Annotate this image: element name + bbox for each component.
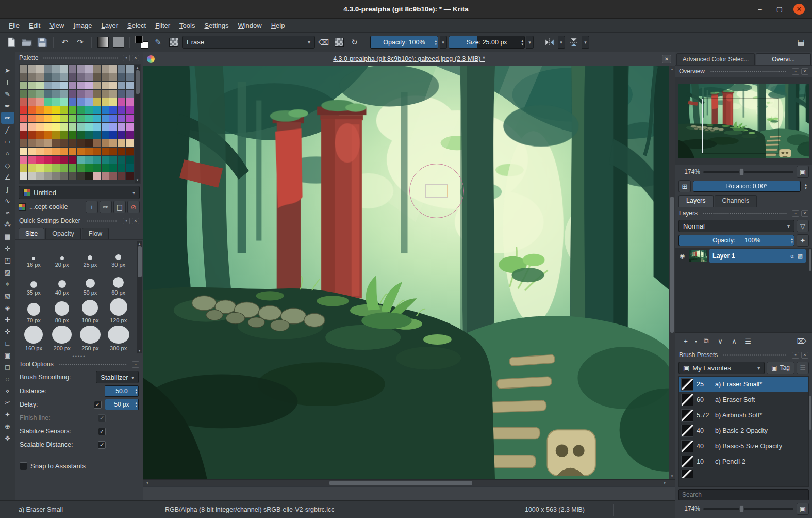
brush-preset-combo[interactable]: Erase ▾ [182, 36, 315, 49]
palette-swatch-10-12[interactable] [118, 148, 125, 155]
palette-swatch-0-12[interactable] [118, 65, 125, 73]
palette-swatch-7-3[interactable] [44, 123, 52, 131]
menu-help[interactable]: Help [267, 20, 290, 31]
palette-swatch-7-7[interactable] [77, 123, 85, 131]
palette-swatch-2-7[interactable] [77, 82, 85, 89]
palette-swatch-4-2[interactable] [36, 98, 44, 106]
palette-swatch-0-6[interactable] [69, 65, 76, 73]
layers-docker-header[interactable]: Layers ▫ × [675, 207, 812, 219]
scalable-distance-checkbox[interactable]: ✓ [98, 441, 106, 449]
palette-swatch-5-9[interactable] [93, 106, 101, 114]
qs-scrollbar[interactable]: ▴ ▾ [137, 241, 142, 353]
drag-grip[interactable] [59, 363, 127, 366]
docker-splitter[interactable]: ••••• [15, 354, 143, 359]
scroll-up-icon[interactable]: ▴ [669, 66, 675, 72]
drag-grip[interactable] [43, 57, 118, 59]
palette-swatch-2-6[interactable] [69, 82, 76, 89]
palette-swatch-6-5[interactable] [60, 115, 68, 122]
palette-swatch-7-6[interactable] [69, 123, 76, 131]
palette-swatch-1-6[interactable] [69, 73, 76, 81]
palette-swatch-13-0[interactable] [20, 172, 27, 180]
palette-swatch-6-1[interactable] [28, 115, 36, 122]
palette-swatch-3-13[interactable] [126, 90, 134, 98]
palette-swatch-8-1[interactable] [28, 131, 36, 139]
tool-pattern-edit[interactable]: ▧ [1, 290, 14, 302]
blend-mode-combo[interactable]: Normal ▾ [678, 220, 794, 232]
brush-presets-header[interactable]: Brush Presets ▫ × [675, 349, 812, 361]
palette-swatch-0-11[interactable] [109, 65, 117, 73]
canvas[interactable] [143, 66, 669, 479]
brush-size-50px[interactable]: 50 px [76, 270, 105, 297]
scrollbar-thumb[interactable] [329, 481, 472, 485]
palette-swatch-4-5[interactable] [60, 98, 68, 106]
fg-bg-color-selector[interactable] [134, 35, 150, 50]
palette-swatch-7-10[interactable] [102, 123, 109, 131]
palette-swatch-3-3[interactable] [44, 90, 52, 98]
palette-swatch-1-2[interactable] [36, 73, 44, 81]
layer-style-button[interactable]: ✦ [797, 234, 809, 247]
tool-calligraphy[interactable]: ✒ [1, 100, 14, 112]
palette-swatch-3-11[interactable] [109, 90, 117, 98]
brush-size-16px[interactable]: 16 px [20, 242, 48, 269]
palette-swatch-9-0[interactable] [20, 139, 27, 147]
tool-move[interactable]: ✛ [1, 242, 14, 254]
palette-swatch-2-10[interactable] [102, 82, 109, 89]
palette-swatch-11-13[interactable] [126, 156, 134, 164]
slider-handle[interactable] [739, 168, 744, 175]
palette-swatch-10-10[interactable] [102, 148, 109, 155]
palette-swatch-6-13[interactable] [126, 115, 134, 122]
palette-swatch-3-4[interactable] [52, 90, 60, 98]
palette-swatch-9-5[interactable] [60, 139, 68, 147]
palette-swatch-2-9[interactable] [93, 82, 101, 89]
palette-swatch-4-11[interactable] [109, 98, 117, 106]
inherit-alpha-icon[interactable]: α [790, 253, 793, 259]
palette-swatch-3-10[interactable] [102, 90, 109, 98]
palette-swatch-10-7[interactable] [77, 148, 85, 155]
scroll-right-icon[interactable]: ▸ [661, 481, 669, 485]
tool-pan[interactable]: ❖ [1, 432, 14, 444]
menu-view[interactable]: View [45, 20, 69, 31]
palette-swatch-12-3[interactable] [44, 164, 52, 172]
tool-select-shapes[interactable]: ➤ [1, 64, 14, 76]
palette-swatch-12-10[interactable] [102, 164, 109, 172]
drag-grip[interactable] [86, 220, 118, 222]
palette-swatch-4-12[interactable] [118, 98, 125, 106]
palette-swatch-10-1[interactable] [28, 148, 36, 155]
bottom-zoom-slider[interactable] [702, 504, 794, 514]
palette-swatch-1-9[interactable] [93, 73, 101, 81]
statusbar-image-size[interactable]: 1000 x 563 (2.3 MiB) [496, 504, 614, 516]
palette-swatch-7-2[interactable] [36, 123, 44, 131]
tool-select-similar[interactable]: ✦ [1, 409, 14, 420]
palette-swatch-2-2[interactable] [36, 82, 44, 89]
palette-swatch-7-9[interactable] [93, 123, 101, 131]
tool-text[interactable]: T [1, 76, 14, 88]
brush-size-120px[interactable]: 120 px [104, 298, 132, 325]
palette-swatch-2-3[interactable] [44, 82, 52, 89]
palette-swatch-8-0[interactable] [20, 131, 27, 139]
menu-edit[interactable]: Edit [24, 20, 45, 31]
layer-selected-area[interactable]: Layer 1 α ▨ [709, 249, 806, 263]
subwindow-close-button[interactable]: ✕ [662, 55, 671, 63]
tool-freehand-path[interactable]: ∿ [1, 195, 14, 207]
palette-swatch-0-13[interactable] [126, 65, 134, 73]
palette-swatch-8-5[interactable] [60, 131, 68, 139]
palette-swatch-13-11[interactable] [109, 172, 117, 180]
palette-swatch-10-2[interactable] [36, 148, 44, 155]
rotation-reset-button[interactable]: ⊞ [678, 180, 691, 192]
palette-swatch-3-9[interactable] [93, 90, 101, 98]
new-document-button[interactable] [4, 35, 18, 49]
palette-swatch-6-0[interactable] [20, 115, 27, 122]
rotation-spin-arrows[interactable]: ▴▾ [803, 183, 809, 190]
preset-row-3[interactable]: 40b) Basic-2 Opacity [679, 423, 808, 439]
qs-tab-size[interactable]: Size [19, 228, 44, 239]
layer-visibility-icon[interactable]: ◉ [677, 252, 687, 260]
palette-swatch-6-6[interactable] [69, 115, 76, 122]
move-layer-up-button[interactable]: ∧ [728, 335, 740, 347]
tool-measure[interactable]: ∟ [1, 337, 14, 349]
brush-size-20px[interactable]: 20 px [48, 242, 76, 269]
palette-swatch-10-3[interactable] [44, 148, 52, 155]
palette-swatch-2-1[interactable] [28, 82, 36, 89]
palette-swatch-13-5[interactable] [60, 172, 68, 180]
palette-swatch-9-2[interactable] [36, 139, 44, 147]
close-button[interactable]: ✕ [793, 4, 805, 15]
